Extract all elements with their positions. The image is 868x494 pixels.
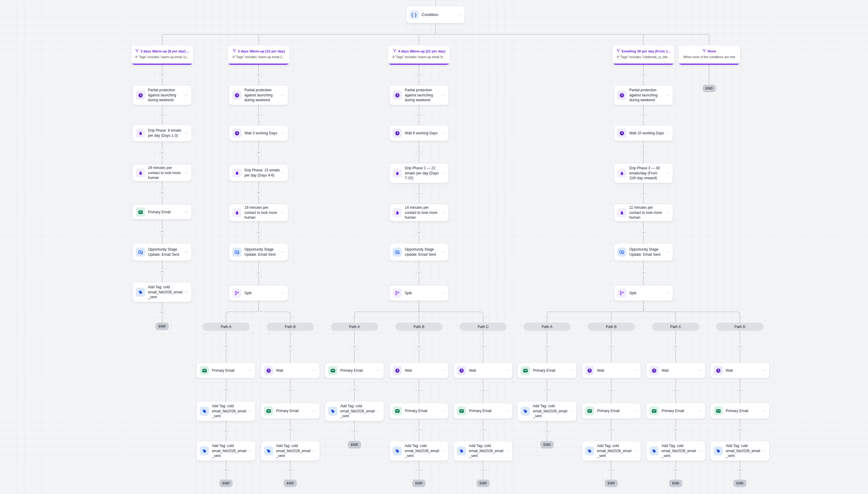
add-step-button[interactable]: + — [223, 428, 229, 434]
add-step-button[interactable]: + — [673, 388, 679, 393]
wait-node[interactable]: Partial protection against launching dur… — [229, 85, 288, 105]
node-menu-button[interactable]: ⋯ — [312, 448, 317, 453]
node-menu-button[interactable]: ⋯ — [762, 408, 767, 413]
node-menu-button[interactable]: ⋯ — [281, 249, 285, 254]
add-tag-node[interactable]: Add Tag: cold email_feb2026_email_sent⋯ — [454, 441, 513, 461]
split-node[interactable]: Split⋯ — [389, 285, 448, 301]
node-menu-button[interactable]: ⋯ — [184, 289, 189, 294]
add-tag-node[interactable]: Add Tag: cold email_feb2026_email_sent⋯ — [197, 441, 256, 461]
email-node[interactable]: Primary Email⋯ — [710, 403, 770, 419]
node-menu-button[interactable]: ⋯ — [505, 448, 510, 453]
add-step-button[interactable]: + — [223, 344, 229, 349]
workflow-canvas[interactable]: { }Condition⋯3 days Warm-up [8 per day] … — [0, 0, 868, 494]
drip-node[interactable]: 14 minutes per contact to look more huma… — [389, 204, 448, 222]
add-step-button[interactable]: + — [641, 270, 646, 276]
node-menu-button[interactable]: ⋯ — [457, 12, 462, 17]
add-step-button[interactable]: + — [673, 468, 679, 473]
wait-node[interactable]: Partial protection against launching dur… — [389, 85, 448, 105]
node-menu-button[interactable]: ⋯ — [441, 93, 445, 97]
add-step-button[interactable]: + — [673, 344, 679, 349]
branch-condition-card[interactable]: 4 days Warm-up [22 per day]If "Tags" inc… — [388, 45, 450, 65]
add-step-button[interactable]: + — [352, 428, 357, 434]
add-step-button[interactable]: + — [480, 427, 486, 433]
add-step-button[interactable]: + — [416, 191, 422, 196]
email-node[interactable]: Primary Email⋯ — [133, 205, 192, 220]
node-menu-button[interactable]: ⋯ — [441, 170, 445, 175]
add-step-button[interactable]: + — [416, 468, 422, 473]
add-step-button[interactable]: + — [160, 229, 165, 234]
email-node[interactable]: Primary Email⋯ — [197, 363, 256, 378]
wait-node[interactable]: Wait⋯ — [646, 363, 705, 378]
node-menu-button[interactable]: ⋯ — [505, 408, 510, 413]
add-tag-node[interactable]: Add Tag: cold email_feb2026_email_sent⋯ — [582, 441, 641, 461]
add-step-button[interactable]: + — [352, 344, 357, 349]
add-tag-node[interactable]: Add Tag: cold email_feb2026_email_sent⋯ — [197, 401, 256, 421]
opportunity-stage-node[interactable]: Opportunity Stage Update: Email Sent⋯ — [389, 243, 448, 261]
opportunity-stage-node[interactable]: Opportunity Stage Update: Email Sent⋯ — [614, 243, 673, 261]
node-menu-button[interactable]: ⋯ — [665, 290, 670, 295]
add-step-button[interactable]: + — [737, 427, 743, 433]
wait-node[interactable]: Wait 6 working Days⋯ — [389, 125, 448, 141]
add-step-button[interactable]: + — [480, 468, 486, 473]
node-menu-button[interactable]: ⋯ — [441, 368, 445, 373]
email-node[interactable]: Primary Email⋯ — [582, 403, 641, 419]
add-step-button[interactable]: + — [288, 468, 293, 473]
node-menu-button[interactable]: ⋯ — [698, 368, 702, 373]
node-menu-button[interactable]: ⋯ — [184, 130, 189, 135]
add-step-button[interactable]: + — [641, 191, 646, 196]
add-tag-node[interactable]: Add Tag: cold email_feb2026_email_sent⋯ — [710, 441, 770, 461]
add-step-button[interactable]: + — [737, 388, 743, 393]
node-menu-button[interactable]: ⋯ — [281, 130, 285, 135]
add-step-button[interactable]: + — [480, 344, 486, 349]
add-step-button[interactable]: + — [256, 113, 261, 118]
wait-node[interactable]: Wait⋯ — [710, 363, 770, 378]
add-step-button[interactable]: + — [416, 230, 422, 235]
email-node[interactable]: Primary Email⋯ — [325, 363, 384, 378]
wait-node[interactable]: Wait 10 working Days⋯ — [614, 125, 673, 141]
drip-node[interactable]: 11 minutes per contact to look more huma… — [614, 204, 673, 222]
node-menu-button[interactable]: ⋯ — [281, 290, 285, 295]
node-menu-button[interactable]: ⋯ — [248, 368, 253, 373]
drip-node[interactable]: Drip Phase 2 — 22 emails per day (Days 7… — [389, 163, 448, 183]
add-step-button[interactable]: + — [223, 468, 229, 473]
wait-node[interactable]: Wait 3 working Days⋯ — [229, 125, 288, 141]
node-menu-button[interactable]: ⋯ — [665, 249, 670, 254]
wait-node[interactable]: Wait⋯ — [582, 363, 641, 378]
add-step-button[interactable]: + — [737, 468, 743, 473]
add-step-button[interactable]: + — [160, 72, 165, 78]
node-menu-button[interactable]: ⋯ — [184, 249, 189, 254]
email-node[interactable]: Primary Email⋯ — [517, 363, 576, 378]
add-step-button[interactable]: + — [416, 344, 422, 349]
split-node[interactable]: Split⋯ — [614, 285, 673, 301]
add-step-button[interactable]: + — [256, 150, 261, 155]
drip-node[interactable]: Drip Phase: 15 emails per day (Days 4-6)… — [229, 165, 288, 181]
node-menu-button[interactable]: ⋯ — [312, 408, 317, 413]
node-menu-button[interactable]: ⋯ — [376, 408, 381, 413]
add-tag-node[interactable]: Add Tag: cold email_feb2026_email_sent⋯ — [261, 441, 320, 461]
branch-condition-card[interactable]: 3 days Warm-up [8 per day] ...If "Tags" … — [131, 45, 193, 65]
node-menu-button[interactable]: ⋯ — [441, 290, 445, 295]
node-menu-button[interactable]: ⋯ — [312, 368, 317, 373]
node-menu-button[interactable]: ⋯ — [633, 448, 638, 453]
add-step-button[interactable]: + — [288, 344, 293, 349]
node-menu-button[interactable]: ⋯ — [441, 130, 445, 135]
node-menu-button[interactable]: ⋯ — [762, 448, 767, 453]
node-menu-button[interactable]: ⋯ — [441, 448, 445, 453]
add-tag-node[interactable]: Add Tag: cold email_feb2026_email_sent⋯ — [389, 441, 448, 461]
add-step-button[interactable]: + — [223, 387, 229, 393]
add-step-button[interactable]: + — [416, 72, 422, 78]
add-step-button[interactable]: + — [416, 113, 422, 118]
opportunity-stage-node[interactable]: Opportunity Stage Update: Email Sent⋯ — [229, 243, 288, 261]
node-menu-button[interactable]: ⋯ — [441, 210, 445, 215]
branch-condition-card[interactable]: 3 days Warm-up [15 per day]If "Tags" inc… — [228, 45, 289, 65]
add-step-button[interactable]: + — [609, 468, 614, 473]
add-step-button[interactable]: + — [256, 270, 261, 276]
email-node[interactable]: Primary Email⋯ — [454, 403, 513, 419]
node-menu-button[interactable]: ⋯ — [505, 368, 510, 373]
add-step-button[interactable]: + — [480, 388, 486, 393]
add-step-button[interactable]: + — [641, 149, 646, 155]
email-node[interactable]: Primary Email⋯ — [646, 403, 705, 419]
add-step-button[interactable]: + — [288, 427, 293, 433]
node-menu-button[interactable]: ⋯ — [633, 368, 638, 373]
node-menu-button[interactable]: ⋯ — [184, 170, 189, 175]
